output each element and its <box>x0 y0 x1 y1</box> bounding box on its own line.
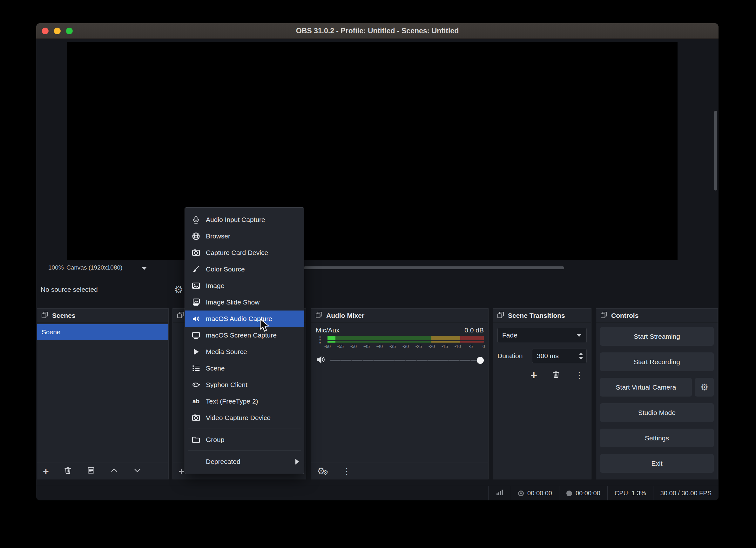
scenes-toolbar: + <box>37 463 168 479</box>
duration-value: 300 ms <box>537 352 559 360</box>
meter-tick: -50 <box>350 344 357 349</box>
mute-toggle-speaker-icon[interactable] <box>316 355 326 366</box>
volume-slider[interactable] <box>330 356 484 364</box>
chevron-down-icon[interactable] <box>142 267 147 270</box>
menu-item-label: Group <box>206 436 224 443</box>
meter-tick: -5 <box>469 344 473 349</box>
menu-item-video-capture-device[interactable]: Video Capture Device <box>185 409 304 426</box>
spinner-up-icon[interactable] <box>579 353 583 355</box>
volume-meter: -60 -55 -50 -45 -40 -35 -30 -25 -20 -15 … <box>327 336 484 350</box>
audio-mixer-header[interactable]: Audio Mixer <box>311 308 488 322</box>
scenes-header[interactable]: Scenes <box>37 308 168 322</box>
volume-slider-track[interactable] <box>330 360 484 361</box>
text-icon: ab <box>191 396 201 406</box>
channel-menu-button[interactable]: ⋮ <box>316 336 324 350</box>
stream-time: 00:00:00 <box>527 490 552 497</box>
menu-item-macos-audio-capture[interactable]: macOS Audio Capture <box>185 310 304 327</box>
zoom-level: 100% <box>48 264 64 271</box>
gear-icon[interactable]: ⚙ <box>174 284 183 295</box>
menu-item-group[interactable]: Group <box>185 431 304 448</box>
menu-item-label: Syphon Client <box>206 381 247 389</box>
remove-scene-button[interactable] <box>64 466 72 476</box>
scene-transitions-header[interactable]: Scene Transitions <box>493 308 591 322</box>
network-status <box>488 486 511 500</box>
zoom-button[interactable] <box>66 28 73 34</box>
meter-tick: -55 <box>337 344 344 349</box>
studio-mode-button[interactable]: Studio Mode <box>600 403 714 422</box>
chevron-down-icon[interactable] <box>572 328 586 342</box>
settings-button[interactable]: Settings <box>600 429 714 447</box>
menu-item-deprecated[interactable]: Deprecated <box>185 453 304 470</box>
scene-filters-button[interactable] <box>87 466 95 476</box>
menu-item-label: Audio Input Capture <box>206 216 265 224</box>
duration-label: Duration <box>497 352 523 360</box>
transition-select[interactable]: Fade <box>497 328 587 343</box>
virtual-camera-settings-gear-icon[interactable]: ⚙ <box>695 378 714 396</box>
controls-header[interactable]: Controls <box>596 308 718 322</box>
menu-separator <box>188 450 301 451</box>
spinner-down-icon[interactable] <box>579 357 583 359</box>
menu-item-media-source[interactable]: Media Source <box>185 343 304 360</box>
add-source-button[interactable]: + <box>179 467 185 475</box>
record-status-icon <box>566 490 572 496</box>
scene-transitions-title: Scene Transitions <box>508 312 565 319</box>
menu-item-audio-input-capture[interactable]: Audio Input Capture <box>185 212 304 228</box>
traffic-lights <box>42 28 73 34</box>
menu-item-label: Deprecated <box>206 458 240 465</box>
transition-menu-button[interactable]: ⋮ <box>575 371 584 379</box>
add-scene-button[interactable]: + <box>43 467 49 475</box>
controls-title: Controls <box>611 312 638 319</box>
menu-item-syphon-client[interactable]: Syphon Client <box>185 376 304 393</box>
remove-transition-button[interactable] <box>552 370 560 380</box>
channel-name: Mic/Aux <box>316 326 340 334</box>
dock-grip-icon <box>600 311 608 320</box>
move-scene-down-button[interactable] <box>133 466 142 476</box>
menu-item-image-slide-show[interactable]: Image Slide Show <box>185 294 304 310</box>
dock-grip-icon <box>315 311 323 320</box>
preview-horizontal-scrollbar[interactable] <box>304 267 564 269</box>
exit-button[interactable]: Exit <box>600 454 714 473</box>
start-streaming-button[interactable]: Start Streaming <box>600 327 714 346</box>
volume-slider-knob[interactable] <box>477 357 484 364</box>
menu-item-image[interactable]: Image <box>185 277 304 294</box>
dock-controls: Controls Start Streaming Start Recording… <box>596 308 718 479</box>
canvas-size-selector[interactable]: Canvas (1920x1080) <box>66 264 122 271</box>
preview-vertical-scrollbar[interactable] <box>714 111 717 191</box>
menu-item-label: Text (FreeType 2) <box>206 397 258 405</box>
mixer-meter-row: ⋮ -60 -55 -50 -45 -40 -35 -30 -25 <box>311 335 488 350</box>
menu-item-label: Browser <box>206 233 230 240</box>
fps-text: 30.00 / 30.00 FPS <box>660 490 712 497</box>
meter-tick: -35 <box>389 344 396 349</box>
capture-card-icon <box>191 248 201 258</box>
menu-item-text-freetype2[interactable]: ab Text (FreeType 2) <box>185 393 304 409</box>
transition-selected-value: Fade <box>502 331 517 339</box>
close-button[interactable] <box>42 28 49 34</box>
advanced-audio-properties-icon[interactable]: ⚙ ⚙ <box>317 466 330 477</box>
scene-list-item[interactable]: Scene <box>37 324 168 340</box>
menu-item-macos-screen-capture[interactable]: macOS Screen Capture <box>185 327 304 343</box>
menu-item-browser[interactable]: Browser <box>185 228 304 245</box>
start-recording-button[interactable]: Start Recording <box>600 352 714 371</box>
recording-timer: 00:00:00 <box>559 486 607 500</box>
menu-item-capture-card-device[interactable]: Capture Card Device <box>185 245 304 261</box>
mixer-menu-button[interactable]: ⋮ <box>342 467 351 475</box>
minimize-button[interactable] <box>54 28 61 34</box>
menu-item-color-source[interactable]: Color Source <box>185 261 304 277</box>
duration-row: Duration 300 ms <box>497 348 587 363</box>
globe-icon <box>191 232 201 241</box>
menu-item-scene[interactable]: Scene <box>185 360 304 376</box>
start-virtual-camera-button[interactable]: Start Virtual Camera <box>600 378 692 396</box>
titlebar[interactable]: OBS 31.0.2 - Profile: Untitled - Scenes:… <box>36 23 719 39</box>
add-transition-button[interactable]: + <box>530 371 537 379</box>
menu-item-label: Scene <box>206 364 225 372</box>
preview-canvas[interactable] <box>67 42 678 261</box>
no-icon <box>191 457 201 466</box>
camera-icon <box>191 413 201 423</box>
move-scene-up-button[interactable] <box>110 466 118 476</box>
no-source-label: No source selected <box>41 286 98 293</box>
paintbrush-icon <box>191 265 201 274</box>
meter-tick: -60 <box>324 344 331 349</box>
duration-spinbox[interactable]: 300 ms <box>532 348 587 363</box>
meter-bar-right <box>327 341 484 342</box>
scene-list-icon <box>191 363 201 373</box>
